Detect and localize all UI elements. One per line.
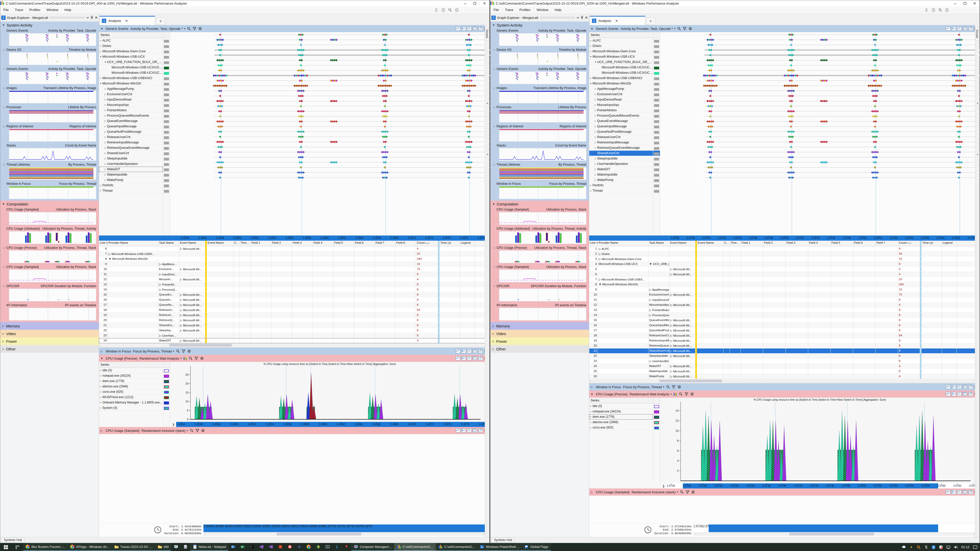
column-header[interactable]: Thre...: [240, 241, 251, 246]
series-expander-icon[interactable]: ▷: [594, 168, 597, 170]
scroll-right-arrow[interactable]: ›: [974, 533, 974, 535]
expand-axis-icon[interactable]: ❯: [172, 423, 175, 426]
footer-timeline-bar[interactable]: 2.57262.57282.57302.57322.57342.57362.57…: [694, 524, 975, 536]
series-expander-icon[interactable]: ▷: [99, 385, 102, 387]
section-expander-icon[interactable]: ▷: [100, 350, 103, 353]
series-expander-icon[interactable]: ▷: [99, 401, 102, 404]
thumbnail-redline[interactable]: [499, 129, 584, 141]
series-row[interactable]: ▷ExclusiveUserCrit: [99, 92, 163, 97]
gear-icon[interactable]: [201, 429, 205, 432]
series-expander-icon[interactable]: ▷: [594, 87, 597, 90]
table-row[interactable]: 21SharedUs...▷ Microsoft-Wi...8: [99, 323, 489, 328]
graph-section-header[interactable]: ▷CPU Usage (Sampled)Randomascii Inclusiv…: [589, 489, 980, 495]
cpu-series-row[interactable]: ▷dwm.exe (1776): [589, 414, 653, 419]
series-row[interactable]: ▷QueueEventMessage: [99, 118, 163, 124]
details-tab[interactable]: Details: [485, 27, 489, 41]
swap-panel-icon[interactable]: [473, 349, 477, 353]
thumbnail-empty[interactable]: [9, 308, 94, 320]
table-row[interactable]: 21SharedUserCrit▷ Microsoft-Wi...8: [589, 348, 980, 354]
graph-view-icon[interactable]: [456, 429, 460, 433]
section-header[interactable]: ▷Power: [0, 338, 99, 345]
taskbar-item-global-flags[interactable]: Global Flags: [522, 543, 550, 551]
series-expander-icon[interactable]: ▷: [594, 136, 597, 138]
section-expander-icon[interactable]: ▼: [492, 24, 495, 27]
taskbar-item-notes-txt-notepad[interactable]: Notes.txt - Notepad: [190, 543, 229, 551]
column-header[interactable]: Count Sum: [416, 241, 438, 246]
table-row[interactable]: 22SleepInputIdle▷ Microsoft-Wi...8: [589, 354, 980, 359]
graph-section-header[interactable]: ▷Window in FocusFocus by Process, Thread…: [589, 383, 980, 391]
section-expander-icon[interactable]: ▷: [2, 340, 4, 343]
section-header[interactable]: ▷Other: [490, 346, 589, 352]
scrollbar-thumb[interactable]: [277, 533, 361, 535]
section-header[interactable]: ▷Memory: [0, 322, 99, 329]
table-row[interactable]: 10ExclusiveUserCrit▷ Microsoft-Wi...76: [589, 292, 980, 297]
graph-expander-icon[interactable]: ▷: [2, 125, 6, 128]
scrollbar-thumb[interactable]: [169, 344, 232, 346]
series-expander-icon[interactable]: ▷: [103, 146, 107, 149]
series-expander-icon[interactable]: ▷: [594, 173, 597, 176]
table-row[interactable]: 22SleepInp...▷ Microsoft-Wi...8: [99, 328, 489, 333]
graph-thumbnail[interactable]: [499, 186, 586, 199]
series-expander-icon[interactable]: ▷: [103, 179, 107, 181]
thumbnail-greenline[interactable]: [499, 187, 584, 198]
series-row[interactable]: ▷InputDeviceRead: [589, 97, 653, 102]
series-row[interactable]: ▷QueueNullPostMessage: [99, 129, 163, 135]
table-row[interactable]: 20RetrieveQ...▷ Microsoft-Wi...8: [99, 318, 489, 323]
section-expander-icon[interactable]: ▼: [100, 27, 103, 30]
cpu-usage-precise-chart[interactable]: 2468101214: [669, 402, 970, 482]
series-expander-icon[interactable]: ▷: [103, 130, 107, 133]
explorer-graph-item[interactable]: ▷CPU Usage (Sampled)Utilization by Proce…: [490, 265, 589, 284]
table-row[interactable]: 13▷ PointerMotion8: [589, 308, 980, 313]
explorer-graph-item[interactable]: CPU Usage (Sampled)Utilization by Proces…: [490, 207, 589, 226]
graph-section-header[interactable]: ▼Generic EventsActivity by Provider, Tas…: [589, 25, 980, 32]
graph-thumbnail[interactable]: [499, 52, 586, 65]
series-expander-icon[interactable]: ▷: [594, 103, 597, 106]
series-row[interactable]: ▷Microsoft-Windows-Dwm-Core: [99, 49, 163, 54]
generic-events-chart[interactable]: [170, 32, 499, 235]
events-chart-area[interactable]: [660, 32, 975, 235]
graph-thumbnail[interactable]: [499, 91, 586, 103]
preset-dropdown-icon[interactable]: ▾: [180, 357, 182, 360]
graph-expander-icon[interactable]: ▷: [2, 266, 6, 268]
explorer-graph-item[interactable]: ▷CPU Usage (Precise)Utilization by Proce…: [0, 246, 99, 265]
cpu-series-row[interactable]: ▷dwm.exe (1776): [99, 378, 163, 384]
series-row[interactable]: ▼Microsoft-Windows-Win32k: [589, 81, 653, 86]
collapse-arrow[interactable]: ◂: [975, 102, 980, 104]
series-expander-icon[interactable]: ▷: [103, 173, 107, 176]
close-icon[interactable]: [483, 2, 486, 5]
section-expander-icon[interactable]: ▷: [591, 386, 594, 388]
series-row[interactable]: ▷QueueInputMessage: [99, 124, 163, 129]
defender-icon[interactable]: [939, 545, 943, 549]
column-header[interactable]: Field 2: [271, 241, 292, 246]
column-header[interactable]: Event Name: [207, 241, 233, 246]
table-row[interactable]: 16QueueInputMessage▷ Microsoft-Wi...8: [589, 323, 980, 328]
column-header[interactable]: Field 6: [354, 241, 375, 246]
details-tab[interactable]: Details: [975, 27, 979, 41]
mixed-view-icon[interactable]: [951, 490, 956, 494]
thumbnail-dashes[interactable]: [9, 270, 94, 281]
lightning-icon[interactable]: [909, 545, 913, 549]
chevron-down-icon[interactable]: [86, 17, 89, 19]
filter-icon[interactable]: [193, 27, 196, 30]
graph-expander-icon[interactable]: ▷: [492, 68, 496, 70]
close-icon[interactable]: [95, 16, 98, 19]
collapse-arrow[interactable]: ◂: [485, 102, 489, 104]
speaker-icon[interactable]: [954, 545, 958, 549]
details-strip[interactable]: Details◂◂: [975, 25, 980, 537]
preset-selector[interactable]: Focus by Process, Thread▾: [623, 385, 664, 389]
table-row[interactable]: 5▷ Microsoft-Wi...4: [589, 267, 980, 272]
preset-selector[interactable]: Activity by Provider, Task, Opcode *▾: [620, 27, 675, 31]
cpu-series-row[interactable]: ▷Idle (0): [589, 403, 653, 409]
time-axis[interactable]: 2.42442.42462.42482.42502.42522.42542.42…: [99, 235, 489, 241]
pin-icon[interactable]: [91, 16, 94, 19]
explorer-graph-item[interactable]: ▷Generic EventsActivity by Provider, Tas…: [0, 67, 99, 86]
column-header[interactable]: Event Name: [697, 241, 724, 246]
series-expander-icon[interactable]: ▷: [594, 109, 597, 111]
table-row[interactable]: 10Exclusive...▷ Microsoft-Wi...76: [99, 267, 489, 272]
table-row[interactable]: 15QueueEventMessage▷ Microsoft-Wi...8: [589, 318, 980, 323]
expand-axis-icon[interactable]: ❯: [662, 484, 665, 488]
column-header[interactable]: Field 7: [375, 241, 395, 246]
column-header[interactable]: Field 1: [251, 241, 271, 246]
mixed-view-icon[interactable]: [951, 385, 956, 389]
table-row[interactable]: 6▷ Microsoft-Wi...4: [99, 246, 489, 251]
